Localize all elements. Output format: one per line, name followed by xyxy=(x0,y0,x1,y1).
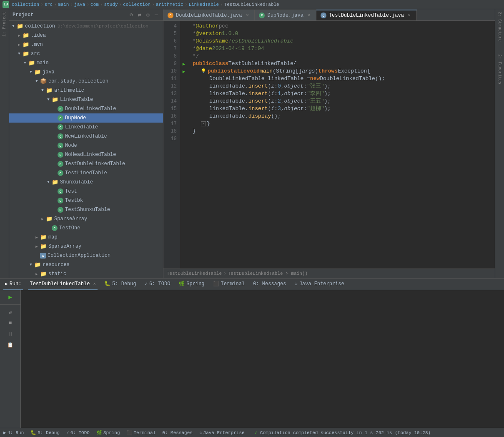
tab-close-testduble[interactable]: × xyxy=(406,13,412,18)
run-stop-button[interactable]: ■ xyxy=(6,319,15,327)
status-spring[interactable]: 🌿 Spring xyxy=(96,430,120,435)
class-icon-testlinedtable: C xyxy=(58,170,63,176)
project-minimize[interactable]: — xyxy=(153,12,160,18)
arrow-main: ▼ xyxy=(23,60,28,65)
sidebar-favorites-label[interactable]: 2: Favorites xyxy=(496,53,503,85)
run-tab-run[interactable]: ▶ Run: xyxy=(3,279,23,290)
class-icon-doublelinkedtable: C xyxy=(58,106,63,112)
tree-noheadlinkedtable[interactable]: C NoHeadLinkedTable xyxy=(9,150,163,159)
sidebar-structure-label[interactable]: 2: Structure xyxy=(496,11,503,43)
code-line-9: public class TestDubleLinkedTable { xyxy=(193,60,495,68)
project-icon2[interactable]: ⇄ xyxy=(136,12,143,18)
tree-collectionapp[interactable]: A CollectionApplication xyxy=(9,251,163,260)
run-play-button[interactable]: ▶ xyxy=(6,293,15,301)
bc-com[interactable]: com xyxy=(90,2,99,7)
bc-arithmetic[interactable]: arithmetic xyxy=(156,2,183,7)
bc-linkedtable[interactable]: LinkedTable xyxy=(188,2,219,7)
project-settings[interactable]: ⚙ xyxy=(145,12,151,18)
run-arrow-10[interactable]: ▶ xyxy=(180,68,188,75)
tree-linkedtable-folder[interactable]: ▼ 📁 LinkedTable xyxy=(9,95,163,104)
tab-doublelinkedtable[interactable]: C DoubleLinkedTable.java × xyxy=(163,10,255,20)
editor-breadcrumb-bar: TestDubleLinkedTable › TestDubleLinkedTa… xyxy=(163,269,495,278)
editor-bc-method[interactable]: TestDubleLinkedTable > main() xyxy=(228,271,308,276)
run-tab-close[interactable]: × xyxy=(93,281,96,286)
breadcrumb: collection › src › main › java › com › s… xyxy=(12,2,279,7)
code-line-4: * @author pcc xyxy=(193,23,495,30)
tree-idea[interactable]: ▶ 📁 .idea xyxy=(9,31,163,40)
tab-testduble[interactable]: C TestDubleLinkedTable.java × xyxy=(316,10,417,20)
bc-study[interactable]: study xyxy=(104,2,118,7)
run-arrow-9[interactable]: ▶ xyxy=(180,60,188,68)
code-line-6: * @className TestDubleLinkedTable xyxy=(193,38,495,45)
run-pause-button[interactable]: ⏸ xyxy=(6,330,15,338)
run-tab-terminal[interactable]: ⬛ Terminal xyxy=(211,279,247,290)
fold-marker-17[interactable]: - xyxy=(201,121,206,126)
editor-bc-class[interactable]: TestDubleLinkedTable xyxy=(167,271,222,276)
tree-static[interactable]: ▶ 📁 static xyxy=(9,269,163,278)
run-content: ▶ ↺ ■ ⏸ 📋 xyxy=(0,290,504,428)
code-line-5: * @version 1.0.0 xyxy=(193,30,495,38)
tree-src[interactable]: ▼ 📁 src xyxy=(9,49,163,58)
run-tab-spring[interactable]: 🌿 Spring xyxy=(177,279,206,290)
tree-resources[interactable]: ▼ 📁 resources xyxy=(9,260,163,269)
tree-testduble[interactable]: C TestDubleLinkedTable xyxy=(9,159,163,168)
run-tab-messages[interactable]: 0: Messages xyxy=(251,279,288,290)
run-tab-label: Run: xyxy=(10,281,22,287)
run-dump-button[interactable]: 📋 xyxy=(6,341,15,349)
tree-test[interactable]: C Test xyxy=(9,187,163,196)
status-todo[interactable]: ✓ 6: TODO xyxy=(66,430,90,435)
tab-close-dupnode[interactable]: × xyxy=(306,13,312,18)
bc-main[interactable]: main xyxy=(58,2,69,7)
arrow-linkedtable: ▼ xyxy=(46,97,51,102)
tab-label-dupnode: DupNode.java xyxy=(267,13,303,18)
run-sidebar-buttons: ▶ ↺ ■ ⏸ 📋 xyxy=(0,290,21,428)
tree-map[interactable]: ▶ 📁 map xyxy=(9,233,163,242)
class-icon-noheadlinkedtable: C xyxy=(58,152,63,158)
tree-collection[interactable]: ▼ 📁 collection D:\development\project\co… xyxy=(9,22,163,31)
sidebar-project-label[interactable]: 1: Project xyxy=(1,11,8,38)
code-content[interactable]: * @author pcc * @version 1.0.0 * @classN… xyxy=(188,21,495,269)
arrow-sparsearray2: ▶ xyxy=(34,244,39,249)
run-tab-testduble[interactable]: TestDubleLinkedTable × xyxy=(28,279,98,290)
tree-testshunxutable[interactable]: C TestShunxuTable xyxy=(9,205,163,214)
run-tab-debug[interactable]: 🐛 5: Debug xyxy=(103,279,138,290)
tab-close-doublelinkedtable[interactable]: × xyxy=(244,13,250,18)
project-icon1[interactable]: ⊕ xyxy=(128,12,135,18)
tree-testone[interactable]: C TestOne xyxy=(9,224,163,233)
tree-shunxutable[interactable]: ▼ 📁 ShunxuTable xyxy=(9,178,163,187)
tree-linkedtable-class[interactable]: C LinkedTable xyxy=(9,123,163,132)
tree-dupnode[interactable]: C DupNode xyxy=(9,113,163,123)
run-tab-java-enterprise[interactable]: ☕ Java Enterprise xyxy=(293,279,346,290)
class-icon-test: C xyxy=(58,188,63,194)
tree-sparsearray2[interactable]: ▶ 📁 SparseArray xyxy=(9,242,163,251)
status-debug[interactable]: 🐛 5: Debug xyxy=(30,430,60,435)
bulb-icon[interactable]: 💡 xyxy=(201,68,206,75)
tree-java[interactable]: ▼ 📁 java xyxy=(9,68,163,77)
class-icon-testduble: C xyxy=(58,161,63,167)
run-tab-todo[interactable]: ✓ 6: TODO xyxy=(143,279,172,290)
status-run[interactable]: ▶ 4: Run xyxy=(3,430,24,435)
tree-newlinkedtable[interactable]: C NewLinkedTable xyxy=(9,132,163,141)
tree-testlinedtable[interactable]: C TestLinedTable xyxy=(9,168,163,178)
tree-sparsearray[interactable]: ▶ 📁 SparseArray xyxy=(9,214,163,224)
bc-testduble[interactable]: TestDubleLinkedTable xyxy=(224,2,279,7)
status-java-enterprise[interactable]: ☕ Java Enterprise xyxy=(199,430,245,435)
bc-java[interactable]: java xyxy=(74,2,85,7)
app-icon: IJ xyxy=(3,1,9,8)
project-panel: Project ⊕ ⇄ ⚙ — ▼ 📁 collection D:\develo… xyxy=(9,9,163,278)
run-rerun-button[interactable]: ↺ xyxy=(6,308,15,316)
tree-doublelinkedtable[interactable]: C DoubleLinkedTable xyxy=(9,104,163,113)
bc-src[interactable]: src xyxy=(45,2,53,7)
tree-main[interactable]: ▼ 📁 main xyxy=(9,58,163,68)
status-terminal[interactable]: ⬛ Terminal xyxy=(127,430,156,435)
tree-testbk[interactable]: C Testbk xyxy=(9,196,163,205)
tree-arithmetic[interactable]: ▼ 📁 arithmetic xyxy=(9,86,163,95)
bc-collection2[interactable]: collection xyxy=(123,2,150,7)
tree-com[interactable]: ▼ 📦 com.study.collection xyxy=(9,77,163,86)
tree-node[interactable]: C Node xyxy=(9,141,163,150)
status-messages[interactable]: 0: Messages xyxy=(162,430,193,435)
bc-collection[interactable]: collection xyxy=(12,2,39,7)
run-icon: ▶ xyxy=(5,281,8,286)
tree-mvn[interactable]: ▶ 📁 .mvn xyxy=(9,40,163,49)
tab-dupnode[interactable]: C DupNode.java × xyxy=(255,10,316,20)
